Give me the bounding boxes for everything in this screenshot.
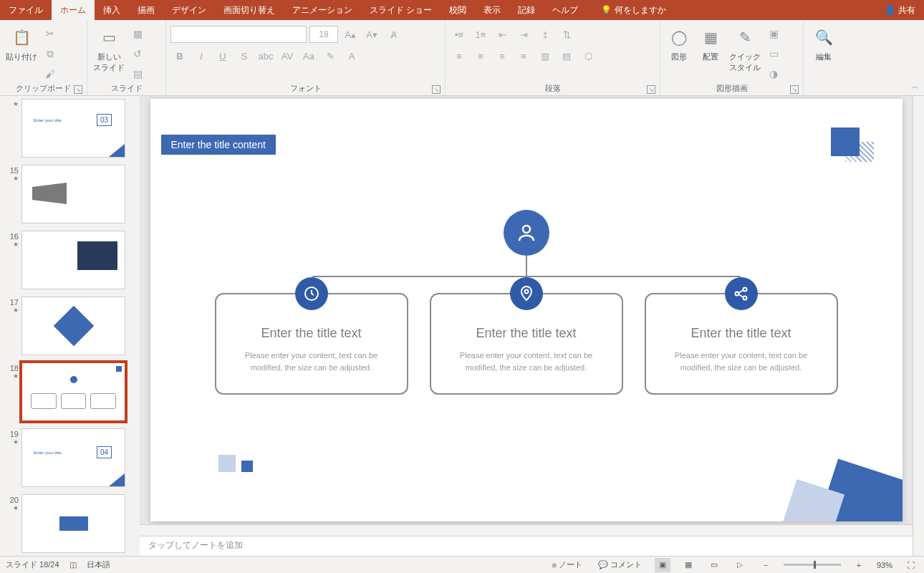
tab-record[interactable]: 記録 xyxy=(509,0,544,20)
tab-animations[interactable]: アニメーション xyxy=(284,0,361,20)
tell-me[interactable]: 💡 何をしますか xyxy=(592,0,675,20)
bullets-button[interactable]: •≡ xyxy=(450,26,468,43)
slide-thumbnails-panel[interactable]: ★ Enter your title 03 15★ 16★ 17★ xyxy=(0,96,140,556)
thumbnail[interactable] xyxy=(21,297,125,355)
tab-help[interactable]: ヘルプ xyxy=(544,0,587,20)
font-launcher[interactable]: ↘ xyxy=(432,85,441,94)
cut-button[interactable]: ✂ xyxy=(42,26,59,42)
thumb-14[interactable]: ★ Enter your title 03 xyxy=(6,99,134,158)
zoom-out-button[interactable]: − xyxy=(758,558,774,572)
zoom-knob[interactable] xyxy=(814,561,816,569)
text-direction-button[interactable]: ⇅ xyxy=(557,26,576,43)
align-left-button[interactable]: ≡ xyxy=(450,47,468,64)
increase-font-button[interactable]: A▴ xyxy=(341,26,360,43)
drawing-launcher[interactable]: ↘ xyxy=(790,85,799,94)
align-right-button[interactable]: ≡ xyxy=(493,47,511,64)
justify-button[interactable]: ≡ xyxy=(514,47,533,64)
align-center-button[interactable]: ≡ xyxy=(471,47,490,64)
shape-outline-button[interactable]: ▭ xyxy=(765,46,782,62)
language-indicator[interactable]: 日本語 xyxy=(87,559,110,570)
new-slide-button[interactable]: ▭ 新しい スライド xyxy=(92,23,126,73)
arrange-button[interactable]: ▦ 配置 xyxy=(696,23,725,62)
thumbnail[interactable] xyxy=(21,165,125,223)
reading-view-button[interactable]: ▭ xyxy=(706,558,722,572)
layout-button[interactable]: ▦ xyxy=(129,26,146,42)
notes-toggle[interactable]: ≡ノート xyxy=(549,557,585,574)
tab-review[interactable]: 校閲 xyxy=(441,0,475,20)
change-case-button[interactable]: Aa xyxy=(299,47,318,64)
paragraph-launcher[interactable]: ↘ xyxy=(647,85,655,94)
underline-button[interactable]: U xyxy=(213,47,232,64)
quick-styles-button[interactable]: ✎ クイック スタイル xyxy=(728,23,762,73)
thumbnail[interactable]: Enter your title 04 xyxy=(21,428,125,487)
zoom-slider[interactable] xyxy=(784,564,841,566)
share-button[interactable]: 👤 共有 xyxy=(885,4,915,16)
shape-fill-button[interactable]: ▣ xyxy=(765,26,782,42)
card-2[interactable]: Enter the title text Please enter your c… xyxy=(430,293,623,395)
italic-button[interactable]: I xyxy=(192,47,211,64)
strike-button[interactable]: abc xyxy=(256,47,275,64)
tab-transitions[interactable]: 画面切り替え xyxy=(215,0,284,20)
sorter-view-button[interactable]: ▦ xyxy=(680,558,696,572)
reset-button[interactable]: ↺ xyxy=(129,46,146,62)
notes-pane[interactable]: タップしてノートを追加 xyxy=(140,536,913,556)
font-color-button[interactable]: A xyxy=(342,47,361,64)
slideshow-view-button[interactable]: ▷ xyxy=(732,558,748,572)
numbering-button[interactable]: 1≡ xyxy=(471,26,490,43)
thumb-19[interactable]: 19★ Enter your title 04 xyxy=(6,428,134,487)
horizontal-scrollbar[interactable] xyxy=(140,524,913,536)
zoom-level[interactable]: 93% xyxy=(877,561,892,569)
tab-view[interactable]: 表示 xyxy=(475,0,509,20)
paste-button[interactable]: 📋 貼り付け xyxy=(4,23,39,62)
tab-home[interactable]: ホーム xyxy=(52,0,95,20)
fit-window-button[interactable]: ⛶ xyxy=(903,558,918,572)
collapse-ribbon-button[interactable]: ︿ xyxy=(911,80,920,92)
clipboard-launcher[interactable]: ↘ xyxy=(74,85,82,94)
accessibility-button[interactable]: ◫ xyxy=(69,560,77,569)
font-name-combo[interactable] xyxy=(170,26,307,43)
card-3[interactable]: Enter the title text Please enter your c… xyxy=(645,293,838,395)
format-painter-button[interactable]: 🖌 xyxy=(42,66,59,82)
thumbnail[interactable] xyxy=(21,494,125,553)
top-node[interactable] xyxy=(504,210,549,256)
thumb-18[interactable]: 18★ xyxy=(6,362,134,421)
shapes-button[interactable]: ◯ 図形 xyxy=(665,23,693,62)
thumb-17[interactable]: 17★ xyxy=(6,297,134,355)
tab-file[interactable]: ファイル xyxy=(0,0,52,20)
thumb-20[interactable]: 20★ xyxy=(6,494,134,553)
bold-button[interactable]: B xyxy=(170,47,189,64)
thumbnail[interactable] xyxy=(21,231,125,289)
canvas-area[interactable]: Enter the title content xyxy=(140,96,913,524)
current-slide[interactable]: Enter the title content xyxy=(150,99,903,521)
tab-draw[interactable]: 描画 xyxy=(129,0,163,20)
slide-title-tag[interactable]: Enter the title content xyxy=(161,135,276,155)
card-1[interactable]: Enter the title text Please enter your c… xyxy=(215,293,408,395)
comments-toggle[interactable]: 💬コメント xyxy=(595,557,645,574)
thumb-16[interactable]: 16★ xyxy=(6,231,134,289)
vertical-scrollbar[interactable] xyxy=(913,96,924,556)
shadow-button[interactable]: S xyxy=(235,47,254,64)
thumbnail-selected[interactable] xyxy=(21,362,125,421)
char-spacing-button[interactable]: AV xyxy=(278,47,297,64)
line-spacing-button[interactable]: ‡ xyxy=(536,26,554,43)
zoom-in-button[interactable]: + xyxy=(851,558,867,572)
decrease-indent-button[interactable]: ⇤ xyxy=(493,26,511,43)
tab-insert[interactable]: 挿入 xyxy=(95,0,129,20)
align-text-button[interactable]: ▤ xyxy=(557,47,576,64)
tab-slideshow[interactable]: スライド ショー xyxy=(361,0,441,20)
normal-view-button[interactable]: ▣ xyxy=(655,558,670,572)
copy-button[interactable]: ⧉ xyxy=(42,46,59,62)
columns-button[interactable]: ▥ xyxy=(536,47,554,64)
section-button[interactable]: ▤ xyxy=(129,66,146,82)
thumbnail[interactable]: Enter your title 03 xyxy=(21,99,125,158)
smartart-button[interactable]: ⬡ xyxy=(579,47,597,64)
font-size-combo[interactable]: 18 xyxy=(309,26,338,43)
highlight-button[interactable]: ✎ xyxy=(321,47,340,64)
clear-format-button[interactable]: A̷ xyxy=(384,26,403,43)
find-button[interactable]: 🔍 編集 xyxy=(808,23,839,62)
thumb-15[interactable]: 15★ xyxy=(6,165,134,223)
decrease-font-button[interactable]: A▾ xyxy=(362,26,381,43)
tab-design[interactable]: デザイン xyxy=(163,0,215,20)
increase-indent-button[interactable]: ⇥ xyxy=(514,26,533,43)
shape-effects-button[interactable]: ◑ xyxy=(765,66,782,82)
